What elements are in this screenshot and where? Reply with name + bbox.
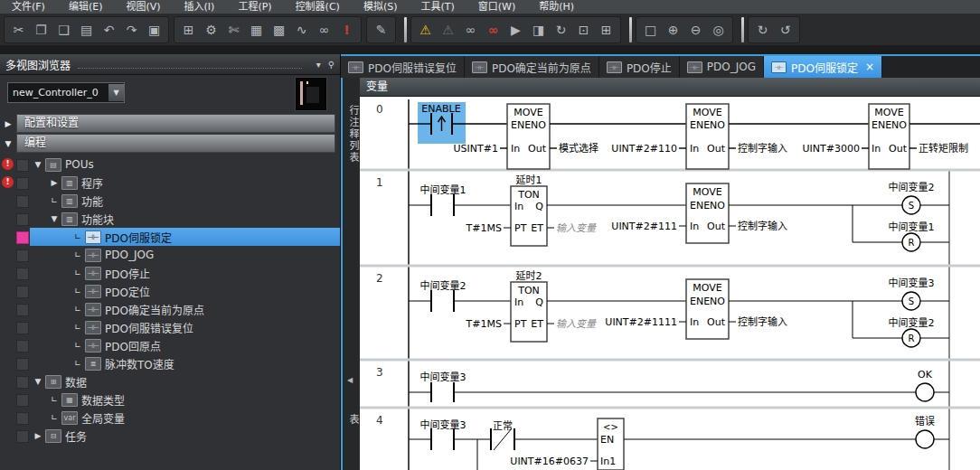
undo-icon[interactable]: ↶ [98,18,120,42]
input-operand[interactable]: UINT#2#1111 [605,316,677,328]
move-block-2[interactable]: MOVE EN ENO In Out [686,104,729,169]
abort-icon[interactable]: ! [335,18,358,42]
menu-tools[interactable]: 工具(T) [409,0,466,14]
zoom-out-icon[interactable]: ⊖ [684,18,707,42]
differential-monitor-2-icon[interactable]: ⊞ [595,18,617,42]
contact-intermediate-var2[interactable] [409,290,511,312]
restart-left-icon[interactable]: ↻ [751,18,774,42]
monitor-icon[interactable]: ∞ [459,18,482,42]
menu-file[interactable]: 文件(F) [0,0,57,14]
menu-edit[interactable]: 编辑(E) [57,0,115,14]
watch-icon[interactable]: ∿ [290,18,313,42]
differential-monitor-1-icon[interactable]: ⊡ [572,18,595,42]
tree-item-pdo-stop[interactable]: ∟ ⊣⊢ PDO停止 [0,264,340,282]
tree-item-pulse-to-speed[interactable]: ∟ ≣ 脉冲数TO速度 [0,354,340,372]
input-operand[interactable]: USINT#1 [454,143,498,155]
input-operand[interactable]: UINT#2#110 [611,143,677,155]
set-coil[interactable]: S [902,292,949,310]
input-operand[interactable]: UINT#3000 [803,143,860,155]
tree-item-pdo-homing[interactable]: ∟ ⊣⊢ PDO回原点 [0,336,340,354]
rebuild-icon[interactable]: ✄ [222,18,245,42]
tree-item-pdo-set-origin[interactable]: ∟ ⊣⊢ PDO确定当前为原点 [0,300,340,318]
contact-intermediate-var3[interactable] [409,382,916,402]
paste-icon[interactable]: ❑ [52,18,75,42]
tab-pdo-set-origin[interactable]: ⊣⊢ PDO确定当前为原点 [465,56,599,78]
tree-item-function-blocks[interactable]: ▼ ▥ 功能块 [0,210,340,228]
search-icon[interactable]: ∞ [313,18,335,42]
restart-right-icon[interactable]: ↺ [774,18,796,42]
controller-select[interactable]: new_Controller_0 ▼ [7,82,125,103]
output-operand[interactable]: 控制字输入 [738,220,787,232]
et-placeholder[interactable]: 输入变量 [556,318,597,330]
tab-pdo-stop[interactable]: ⊣⊢ PDO停止 [599,56,680,78]
synchronize-icon[interactable]: ↻ [550,18,572,42]
tree-item-data-types[interactable]: ∟ ▦ 数据类型 [0,390,340,409]
move-block[interactable]: MOVE EN ENO In Out [686,183,729,243]
tree-item-pdo-position[interactable]: ∟ ⊣⊢ PDO定位 [0,282,340,300]
program-check-icon[interactable]: ▦ [245,18,268,42]
chevron-down-icon[interactable]: ▼ [108,84,124,101]
section-configuration[interactable]: ▶ 配置和设置 [0,114,340,133]
menu-window[interactable]: 窗口(W) [466,0,527,14]
tree-item-functions[interactable]: ∟ ▥ 功能 [0,192,340,210]
menu-help[interactable]: 帮助(H) [527,0,586,14]
build-icon[interactable]: ⚙ [200,18,222,42]
tree-item-data[interactable]: ▼ ⊞ 数据 [0,372,340,390]
menu-controller[interactable]: 控制器(C) [284,0,352,14]
run-icon[interactable]: ▶ [504,18,527,42]
pin-icon[interactable]: ⚲ [328,60,335,70]
delete-icon[interactable]: ▤ [75,18,98,42]
menu-project[interactable]: 工程(P) [226,0,283,14]
output-coil-ok[interactable] [916,383,949,401]
fit-to-window-icon[interactable]: □ [639,18,662,42]
tree-item-pdo-servo-error-reset[interactable]: ∟ ⊣⊢ PDO伺服错误复位 [0,318,340,336]
tree-item-programs[interactable]: ! ▶ ▥ 程序 [0,174,340,192]
section-programming[interactable]: ▼ 编程 [0,134,340,153]
chevron-down-icon[interactable]: ▼ [47,214,61,223]
tab-pdo-servo-error-reset[interactable]: ⊣⊢ PDO伺服错误复位 [341,56,465,78]
timer-instance-label[interactable]: 延时1 [516,174,542,186]
ton-block[interactable]: TON In Q PT ET [511,282,547,342]
copy-icon[interactable]: ❐ [30,18,52,42]
warning-enabled-icon[interactable]: ⚠ [414,18,437,42]
menu-view[interactable]: 视图(V) [114,0,172,14]
zoom-in-icon[interactable]: ⊕ [662,18,684,42]
redo-icon[interactable]: ↷ [120,18,143,42]
output-operand[interactable]: 控制字输入 [738,142,787,155]
move-block-1[interactable]: MOVE EN ENO In Out [507,104,550,169]
timer-instance-label[interactable]: 延时2 [516,270,542,282]
ton-block[interactable]: TON In Q PT ET [511,186,547,246]
contact-intermediate-var1[interactable] [409,194,511,216]
pt-operand[interactable]: T#1MS [466,222,502,234]
monitor-stop-icon[interactable]: ∞ [482,18,504,42]
close-icon[interactable]: × [865,61,874,73]
exec-mode-icon[interactable]: ◨ [527,18,550,42]
chevron-down-icon[interactable]: ▼ [31,377,45,386]
tab-pdo-servo-lock[interactable]: ⊣⊢ PDO伺服锁定 × [764,56,882,78]
not-equal-block[interactable]: <> EN In1 [598,418,624,470]
tree-item-pdo-jog[interactable]: ∟ ⊣⊢ PDO_JOG [0,246,340,264]
input-operand[interactable]: UINT#2#111 [611,221,677,232]
tree-item-global-variables[interactable]: ∟ var 全局变量 [0,409,340,427]
set-coil[interactable]: S [902,196,949,214]
output-operand[interactable]: 控制字输入 [738,315,787,328]
tree-item-pous[interactable]: ! ▼ ▤ POUs [0,155,340,174]
menu-simulation[interactable]: 模拟(S) [352,0,410,14]
transfer-icon[interactable]: ⊞ [177,18,200,42]
tree-item-pdo-servo-lock[interactable]: ∟ ⊣⊢ PDO伺服锁定 [0,228,340,246]
input-operand[interactable]: UINT#16#0637 [510,456,589,467]
io-map-icon[interactable]: ▩ [268,18,290,42]
rung-comment-list-tab[interactable]: 行注释列表 [345,105,360,164]
output-operand[interactable]: 正转矩限制 [919,142,968,155]
collapse-icon[interactable]: ▾ [316,60,321,70]
et-placeholder[interactable]: 输入变量 [556,222,597,234]
chevron-right-icon[interactable]: ▶ [31,431,45,440]
collapse-left-icon[interactable]: ◀ [347,376,353,384]
contact-intermediate-var3[interactable] [409,428,491,450]
chevron-down-icon[interactable]: ▼ [31,160,45,169]
help-icon[interactable]: ▣ [143,18,165,42]
output-coil-error[interactable] [916,430,949,448]
cut-icon[interactable]: ✂ [7,18,30,42]
warning-disabled-icon[interactable]: ⚠ [437,18,459,42]
reset-coil[interactable]: R [902,233,949,251]
